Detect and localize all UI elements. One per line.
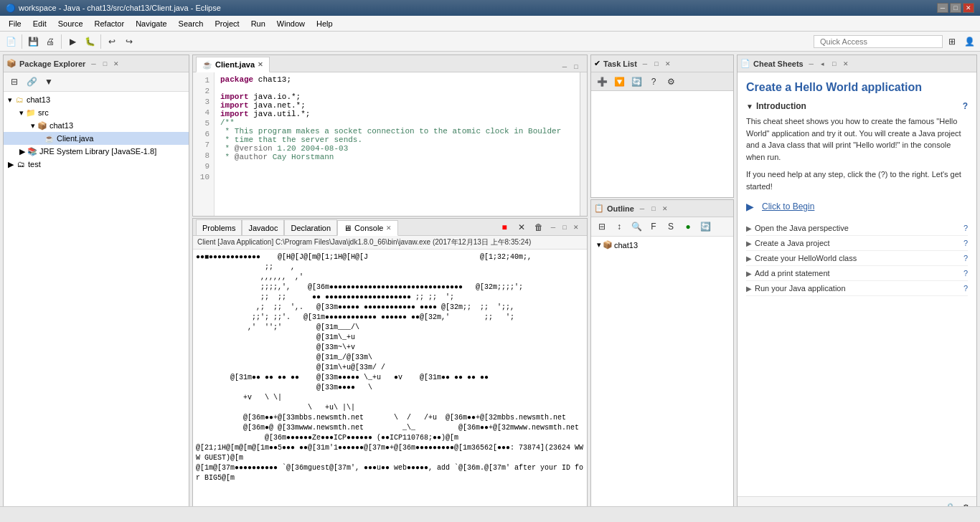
click-to-begin-link[interactable]: Click to Begin [762,201,814,212]
close-button[interactable]: ✕ [963,3,974,13]
editor-maximize[interactable]: □ [571,62,581,72]
outline-filter[interactable]: 🔍 [628,219,644,234]
task-filter[interactable]: 🔽 [611,74,627,90]
menu-source[interactable]: Source [52,18,89,29]
outline-close[interactable]: ✕ [660,204,670,214]
toolbar-undo[interactable]: ↩ [104,34,120,49]
cheat-intro-text1: This cheat sheet shows you how to create… [746,115,968,163]
tree-label-test: test [28,160,41,169]
expand-icon-pkg: ▾ [31,121,35,130]
menu-window[interactable]: Window [271,18,311,29]
code-area[interactable]: package chat13; import java.io.*; import… [215,72,580,216]
task-help[interactable]: ? [646,74,661,90]
intro-help-icon[interactable]: ? [963,101,968,111]
task-close[interactable]: ✕ [663,59,673,69]
toolbar-new[interactable]: 📄 [3,34,19,49]
toolbar-save[interactable]: 💾 [25,34,41,49]
item-help-3[interactable]: ? [963,269,968,277]
package-explorer-header: 📦 Package Explorer ─ □ ✕ [4,55,189,72]
outline-show-static[interactable]: S [663,219,679,234]
console-tab-close[interactable]: ✕ [386,224,392,232]
console-remove[interactable]: ✕ [514,219,529,235]
item-help-1[interactable]: ? [963,239,968,247]
quick-access-input[interactable] [814,35,943,48]
outline-collapse[interactable]: ⊟ [594,219,610,234]
editor-minimize[interactable]: ─ [560,62,570,72]
tab-problems[interactable]: Problems [196,219,242,235]
menu-help[interactable]: Help [311,18,339,29]
outline-sync[interactable]: 🔄 [697,219,713,234]
outline-maximize[interactable]: □ [649,204,659,214]
cheat-item-1[interactable]: ▶ Create a Java project ? [746,236,968,251]
console-terminate[interactable]: ■ [496,219,512,235]
toolbar-redo[interactable]: ↪ [121,34,137,49]
tree-item-jre[interactable]: ▶ 📚 JRE System Library [JavaSE-1.8] [4,145,189,158]
tree-item-src[interactable]: ▾ 📁 src [4,106,189,119]
cheat-item-3[interactable]: ▶ Add a print statement ? [746,266,968,281]
close-package-explorer[interactable]: ✕ [111,59,121,69]
cheat-item-0[interactable]: ▶ Open the Java perspective ? [746,221,968,236]
javadoc-tab-label: Javadoc [248,224,278,232]
editor-tab-close[interactable]: ✕ [258,61,263,68]
task-add[interactable]: ➕ [594,74,610,90]
tree-item-chat13[interactable]: ▾ 🗂 chat13 [4,93,189,106]
cheat-prev[interactable]: ◂ [818,59,828,69]
package-tree: ▾ 🗂 chat13 ▾ 📁 src ▾ 📦 chat13 ☕ Client [4,92,189,518]
menu-project[interactable]: Project [209,18,245,29]
tab-declaration[interactable]: Declaration [284,219,337,235]
task-minimize[interactable]: ─ [640,59,650,69]
tree-item-clientjava[interactable]: ☕ Client.java [4,132,189,145]
pkg-link-editor[interactable]: 🔗 [24,74,39,90]
console-close[interactable]: ✕ [571,222,581,232]
cheat-close[interactable]: ✕ [841,59,851,69]
cheat-minimize[interactable]: ─ [806,59,816,69]
console-minimize[interactable]: ─ [548,222,558,232]
outline-minimize[interactable]: ─ [637,204,647,214]
maximize-button[interactable]: □ [950,3,961,13]
toolbar-debug[interactable]: 🐛 [82,34,98,49]
toolbar-run[interactable]: ▶ [65,34,80,49]
begin-icon: ▶ [746,201,758,212]
project-icon: 🗂 [14,94,25,105]
console-maximize[interactable]: □ [560,222,570,232]
outline-mark-occ[interactable]: ● [680,219,696,234]
intro-collapse-arrow[interactable]: ▼ [746,103,753,110]
outline-item-chat13[interactable]: ▾ 📦 chat13 [594,239,730,250]
menu-search[interactable]: Search [173,18,209,29]
menu-file[interactable]: File [3,18,27,29]
editor-tab-client[interactable]: ☕ Client.java ✕ [196,57,270,72]
maximize-package-explorer[interactable]: □ [100,59,110,69]
task-settings[interactable]: ⚙ [663,74,679,90]
toolbar-person[interactable]: 👤 [961,34,977,49]
console-clear[interactable]: 🗑 [531,219,547,235]
tree-item-test[interactable]: ▶ 🗂 test [4,158,189,171]
tree-item-pkg[interactable]: ▾ 📦 chat13 [4,119,189,132]
item-help-0[interactable]: ? [963,224,968,232]
toolbar-perspective[interactable]: ⊞ [944,34,960,49]
cheat-item-4[interactable]: ▶ Run your Java application ? [746,281,968,296]
outline-sort[interactable]: ↕ [611,219,627,234]
task-maximize[interactable]: □ [651,59,661,69]
cheat-maximize[interactable]: □ [829,59,839,69]
minimize-button[interactable]: ─ [937,3,948,13]
menu-run[interactable]: Run [245,18,271,29]
cheat-item-2[interactable]: ▶ Create your HelloWorld class ? [746,251,968,266]
menu-navigate[interactable]: Navigate [130,18,172,29]
pkg-collapse-all[interactable]: ⊟ [6,74,22,90]
task-sync[interactable]: 🔄 [628,74,644,90]
menu-refactor[interactable]: Refactor [89,18,131,29]
editor-scrollbar-v[interactable] [580,72,587,216]
outline-fields[interactable]: F [646,219,661,234]
toolbar-print[interactable]: 🖨 [42,34,58,49]
menu-edit[interactable]: Edit [27,18,52,29]
tab-javadoc[interactable]: Javadoc [242,219,284,235]
pkg-menu[interactable]: ▼ [41,74,57,90]
outline-pkg-icon: 📦 [603,240,613,250]
item-help-4[interactable]: ? [963,284,968,293]
package-explorer-title: Package Explorer [19,60,85,68]
item-help-2[interactable]: ? [963,254,968,262]
package-explorer-icon: 📦 [6,59,17,68]
tab-console[interactable]: 🖥 Console ✕ [337,220,398,236]
minimize-package-explorer[interactable]: ─ [88,59,98,69]
cheat-item-label-2: Create your HelloWorld class [755,254,857,262]
